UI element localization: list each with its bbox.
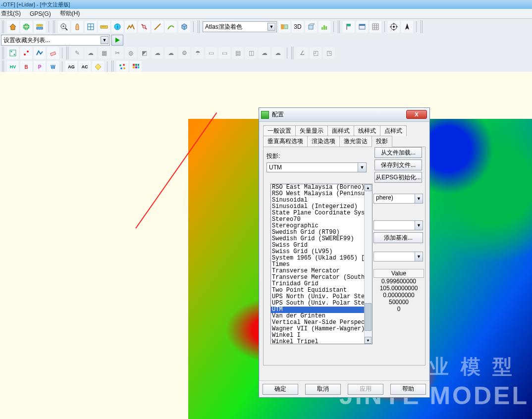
north-arrow-icon[interactable] <box>401 21 413 33</box>
polyline-tool-icon[interactable] <box>34 47 46 59</box>
ag-icon[interactable]: AG <box>65 61 77 73</box>
render-mode-combo[interactable]: Atlas渲染着色 ▼ <box>203 21 277 32</box>
load-from-file-button[interactable]: 从文件加载... <box>374 147 422 158</box>
satellite-icon[interactable] <box>138 21 150 33</box>
tab-vertical[interactable]: 垂直高程选项 <box>263 136 308 147</box>
tab-line-style[interactable]: 线样式 <box>354 125 380 136</box>
globe-icon[interactable] <box>20 21 32 33</box>
hv-icon[interactable]: HV <box>7 61 19 73</box>
projection-option[interactable]: Swedish Grid (RT90) <box>271 229 372 236</box>
toolbar-grip[interactable] <box>53 20 55 33</box>
toolbar-grip[interactable] <box>291 47 294 59</box>
chart-icon[interactable] <box>319 21 330 33</box>
favorites-combo[interactable]: 设置收藏夹列表... ▼ <box>1 35 110 46</box>
menu-find[interactable]: 查找(S) <box>1 9 21 18</box>
save-to-file-button[interactable]: 保存到文件... <box>374 159 422 170</box>
projection-option[interactable]: Transverse Mercator <box>271 268 372 274</box>
target-icon[interactable] <box>388 21 400 33</box>
line-tool-icon[interactable] <box>152 21 163 33</box>
projection-option[interactable]: Trinidad Grid <box>271 281 372 287</box>
close-button[interactable]: X <box>406 110 427 119</box>
ok-button[interactable]: 确定 <box>263 384 298 395</box>
sphere-combo[interactable]: phere) ▼ <box>373 194 423 204</box>
add-datum-button[interactable]: 添加基准... <box>373 232 423 243</box>
scroll-down-icon[interactable]: ▼ <box>365 337 372 344</box>
projection-option[interactable]: Van der Grinten <box>271 313 372 319</box>
grid-icon[interactable] <box>370 21 381 33</box>
tab-projection[interactable]: 投影 <box>372 136 392 147</box>
p-icon[interactable]: P <box>34 61 46 73</box>
projection-option[interactable]: RSO West Malaysia (Peninsular) <box>271 191 372 197</box>
projection-option[interactable]: System 1965 (Uklad 1965) [Poland] <box>271 255 372 262</box>
projection-option[interactable]: Two Point Equidistant <box>271 287 372 294</box>
projection-option[interactable]: UTM <box>271 307 372 313</box>
map-window-icon[interactable] <box>356 21 368 33</box>
extra-combo[interactable]: ▼ <box>373 252 423 262</box>
apply-button[interactable]: 应用 <box>348 384 383 395</box>
projection-option[interactable]: Vertical Near-Side Perspective <box>271 319 372 326</box>
projection-option[interactable]: Transverse Mercator (South-Oriented) <box>271 274 372 281</box>
kite-icon[interactable] <box>92 61 104 73</box>
curve-tool-icon[interactable] <box>165 21 177 33</box>
b-icon[interactable]: B <box>20 61 32 73</box>
toolbar-grip[interactable] <box>198 20 200 33</box>
pan-hand-icon[interactable] <box>71 21 83 33</box>
datum-combo[interactable]: ▼ <box>373 220 423 230</box>
projection-combo[interactable]: UTM ▼ <box>266 162 367 172</box>
projection-option[interactable]: Winkel Tripel <box>271 339 372 344</box>
point-tool-icon[interactable] <box>20 47 32 59</box>
play-button[interactable] <box>111 35 123 46</box>
projection-option[interactable]: Swedish Grid (SWEREF99) <box>271 236 372 242</box>
toolbar-grip[interactable] <box>338 20 340 33</box>
toolbar-grip[interactable] <box>421 20 423 33</box>
zoom-in-icon[interactable] <box>58 21 70 33</box>
zoom-extents-icon[interactable] <box>85 21 97 33</box>
projection-option[interactable]: Times <box>271 262 372 268</box>
3d-view-icon[interactable] <box>178 21 190 33</box>
tab-lidar[interactable]: 激光雷达 <box>339 136 372 147</box>
projection-option[interactable]: Stereographic <box>271 223 372 229</box>
toolbar-grip[interactable] <box>2 47 4 59</box>
box3d-icon[interactable] <box>305 21 317 33</box>
help-button[interactable]: 帮助 <box>390 384 426 395</box>
flag-icon[interactable] <box>343 21 355 33</box>
projection-option[interactable]: State Plane Coordinate System <box>271 210 372 216</box>
projection-option[interactable]: Winkel I <box>271 332 372 339</box>
init-epsg-button[interactable]: 从EPSG初始化... <box>374 172 422 183</box>
menu-help[interactable]: 帮助(H) <box>60 9 80 18</box>
w-icon[interactable]: W <box>47 61 59 73</box>
projection-dropdown-list[interactable]: RSO East Malaysia (Borneo)RSO West Malay… <box>270 184 372 344</box>
projection-option[interactable]: Sinusoidal <box>271 197 372 204</box>
toolbar-grip[interactable] <box>2 20 4 33</box>
eraser-icon[interactable] <box>47 47 59 59</box>
dialog-title-bar[interactable]: 配置 X <box>259 108 429 122</box>
projection-option[interactable]: UPS South (Univ. Polar Stereographic) <box>271 300 372 307</box>
projection-option[interactable]: Swiss Grid (LV95) <box>271 249 372 255</box>
projection-option[interactable]: Swiss Grid <box>271 242 372 249</box>
projection-option[interactable]: RSO East Malaysia (Borneo) <box>271 184 372 191</box>
scrollbar[interactable]: ▲ ▼ <box>364 184 372 344</box>
cancel-button[interactable]: 取消 <box>305 384 341 395</box>
measure-icon[interactable] <box>98 21 110 33</box>
ac-icon[interactable]: AC <box>79 61 91 73</box>
tab-vector[interactable]: 矢量显示 <box>295 125 328 136</box>
terrain-icon[interactable] <box>125 21 137 33</box>
tab-general[interactable]: 一般设置 <box>263 125 296 136</box>
scroll-up-icon[interactable]: ▲ <box>365 184 372 191</box>
3d-label-icon[interactable]: 3D <box>292 21 304 33</box>
digitize-grid-icon[interactable] <box>7 47 19 59</box>
color-grid-icon[interactable] <box>130 61 142 73</box>
menu-gps[interactable]: GPS(G) <box>30 10 51 17</box>
toolbar-grip[interactable] <box>66 47 69 59</box>
tab-render[interactable]: 渲染选项 <box>307 136 340 147</box>
projection-option[interactable]: Stereo70 <box>271 216 372 223</box>
projection-option[interactable]: Wagner VII (Hammer-Wagner) <box>271 326 372 332</box>
projection-option[interactable]: UPS North (Univ. Polar Stereographic) <box>271 294 372 300</box>
palette-btn-icon[interactable] <box>278 21 290 33</box>
info-tool-icon[interactable]: i <box>111 21 123 33</box>
layers-icon[interactable] <box>34 21 46 33</box>
projection-option[interactable]: Sinusoidal (Integerized) <box>271 204 372 210</box>
home-icon[interactable] <box>7 21 19 33</box>
tab-area-style[interactable]: 面样式 <box>327 125 354 136</box>
scroll-thumb[interactable] <box>365 303 372 331</box>
